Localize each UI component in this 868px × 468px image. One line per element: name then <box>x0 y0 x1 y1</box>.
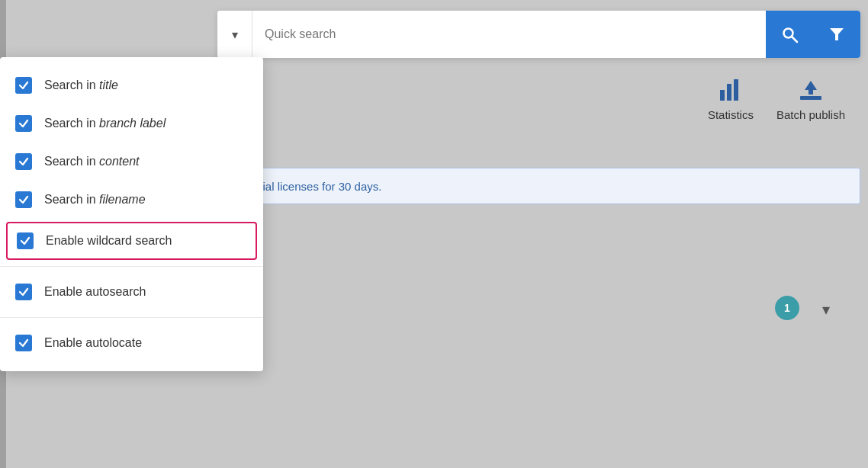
batch-publish-icon <box>797 76 825 104</box>
search-icon <box>780 25 799 43</box>
search-button[interactable] <box>766 11 813 58</box>
badge: 1 <box>775 296 799 320</box>
dropdown-item-search-in-content[interactable]: Search in content <box>0 143 263 181</box>
dropdown-item-search-in-branch-label[interactable]: Search in branch label <box>0 104 263 143</box>
search-bar: ▾ <box>217 11 860 58</box>
enable-autosearch-label: Enable autosearch <box>44 285 146 299</box>
dropdown-item-enable-autosearch[interactable]: Enable autosearch <box>0 273 263 311</box>
divider-2 <box>0 317 263 318</box>
search-in-content-label: Search in content <box>44 155 140 168</box>
checkbox-enable-wildcard[interactable] <box>17 232 34 249</box>
statistics-label: Statistics <box>708 108 754 121</box>
svg-marker-2 <box>830 28 844 40</box>
statistics-icon <box>717 76 744 104</box>
checkmark-icon <box>20 236 31 246</box>
trial-bar: Plus trial licenses for 30 days. <box>217 168 860 204</box>
divider-1 <box>0 266 263 267</box>
dropdown-item-search-in-title[interactable]: Search in title <box>0 66 263 104</box>
checkmark-icon <box>18 118 29 129</box>
checkmark-icon <box>18 338 29 348</box>
checkbox-enable-autosearch[interactable] <box>15 284 32 300</box>
dropdown-panel: Search in title Search in branch label S… <box>0 57 263 371</box>
search-input[interactable] <box>252 11 766 58</box>
svg-line-1 <box>792 37 798 43</box>
batch-publish-label: Batch publish <box>776 108 845 121</box>
filter-button[interactable] <box>813 11 860 58</box>
chevron-down-icon: ▾ <box>232 27 238 42</box>
search-in-title-label: Search in title <box>44 79 118 92</box>
filter-icon <box>828 25 846 43</box>
batch-publish-button[interactable]: Batch publish <box>776 76 845 121</box>
dropdown-item-enable-autolocate[interactable]: Enable autolocate <box>0 324 263 362</box>
checkbox-search-in-filename[interactable] <box>15 191 32 208</box>
enable-autolocate-label: Enable autolocate <box>44 336 142 350</box>
toolbar-icons: Statistics Batch publish <box>708 76 845 121</box>
svg-rect-8 <box>809 87 813 95</box>
expand-chevron[interactable]: ▾ <box>822 300 830 319</box>
dropdown-item-search-in-filename[interactable]: Search in filename <box>0 181 263 219</box>
checkmark-icon <box>18 80 29 91</box>
checkmark-icon <box>18 194 29 205</box>
checkbox-enable-autolocate[interactable] <box>15 335 32 351</box>
enable-wildcard-label: Enable wildcard search <box>46 234 172 248</box>
search-in-branch-label-label: Search in branch label <box>44 117 166 130</box>
badge-count: 1 <box>784 302 790 314</box>
svg-rect-5 <box>734 79 738 101</box>
statistics-button[interactable]: Statistics <box>708 76 754 121</box>
search-in-filename-label: Search in filename <box>44 193 146 207</box>
checkbox-search-in-content[interactable] <box>15 153 32 170</box>
search-chevron-button[interactable]: ▾ <box>217 11 252 58</box>
checkmark-icon <box>18 287 29 297</box>
dropdown-item-enable-wildcard[interactable]: Enable wildcard search <box>6 222 257 260</box>
checkbox-search-in-branch-label[interactable] <box>15 115 32 132</box>
checkbox-search-in-title[interactable] <box>15 77 32 94</box>
svg-rect-4 <box>727 84 731 101</box>
svg-rect-3 <box>720 90 725 101</box>
checkmark-icon <box>18 156 29 167</box>
svg-rect-6 <box>800 96 821 100</box>
